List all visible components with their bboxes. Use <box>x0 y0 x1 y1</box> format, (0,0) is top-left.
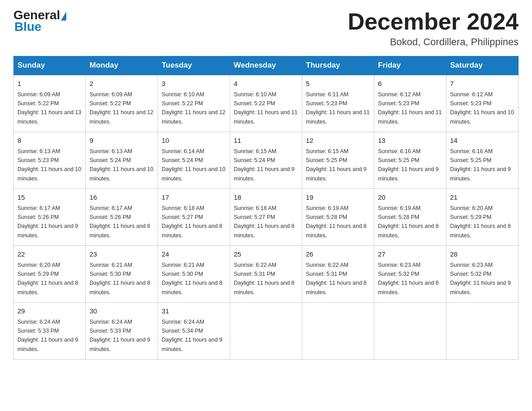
day-info: Sunrise: 6:13 AMSunset: 5:24 PMDaylight:… <box>90 148 153 182</box>
day-info: Sunrise: 6:16 AMSunset: 5:25 PMDaylight:… <box>450 148 511 182</box>
day-info: Sunrise: 6:17 AMSunset: 5:26 PMDaylight:… <box>90 205 150 239</box>
table-row: 7 Sunrise: 6:12 AMSunset: 5:23 PMDayligh… <box>446 75 519 132</box>
day-info: Sunrise: 6:21 AMSunset: 5:30 PMDaylight:… <box>162 262 223 295</box>
calendar-week-row: 8 Sunrise: 6:13 AMSunset: 5:23 PMDayligh… <box>14 132 519 189</box>
logo-area: General Blue <box>13 9 67 34</box>
table-row: 5 Sunrise: 6:11 AMSunset: 5:23 PMDayligh… <box>302 75 374 132</box>
table-row: 14 Sunrise: 6:16 AMSunset: 5:25 PMDaylig… <box>446 132 519 189</box>
header-friday: Friday <box>374 56 446 75</box>
day-info: Sunrise: 6:15 AMSunset: 5:25 PMDaylight:… <box>306 148 367 182</box>
day-info: Sunrise: 6:12 AMSunset: 5:23 PMDaylight:… <box>378 91 442 125</box>
table-row: 11 Sunrise: 6:15 AMSunset: 5:24 PMDaylig… <box>230 132 302 189</box>
day-info: Sunrise: 6:22 AMSunset: 5:31 PMDaylight:… <box>306 262 367 295</box>
day-number: 13 <box>378 136 442 146</box>
day-info: Sunrise: 6:19 AMSunset: 5:28 PMDaylight:… <box>378 205 439 239</box>
table-row: 2 Sunrise: 6:09 AMSunset: 5:22 PMDayligh… <box>86 75 158 132</box>
day-info: Sunrise: 6:09 AMSunset: 5:22 PMDaylight:… <box>17 91 81 125</box>
day-number: 29 <box>17 306 82 317</box>
header-monday: Monday <box>86 56 158 75</box>
day-info: Sunrise: 6:14 AMSunset: 5:24 PMDaylight:… <box>162 148 225 182</box>
day-info: Sunrise: 6:15 AMSunset: 5:24 PMDaylight:… <box>234 148 295 182</box>
table-row <box>374 303 446 360</box>
day-number: 18 <box>234 193 298 203</box>
day-number: 11 <box>234 136 298 146</box>
day-info: Sunrise: 6:09 AMSunset: 5:22 PMDaylight:… <box>90 91 153 125</box>
day-info: Sunrise: 6:24 AMSunset: 5:34 PMDaylight:… <box>162 319 223 352</box>
calendar-week-row: 22 Sunrise: 6:20 AMSunset: 5:29 PMDaylig… <box>14 246 519 303</box>
table-row: 27 Sunrise: 6:23 AMSunset: 5:32 PMDaylig… <box>374 246 446 303</box>
day-info: Sunrise: 6:22 AMSunset: 5:31 PMDaylight:… <box>234 262 295 295</box>
table-row: 12 Sunrise: 6:15 AMSunset: 5:25 PMDaylig… <box>302 132 374 189</box>
day-number: 25 <box>234 249 298 260</box>
logo-blue-text: Blue <box>14 20 42 34</box>
header-sunday: Sunday <box>14 56 86 75</box>
table-row: 24 Sunrise: 6:21 AMSunset: 5:30 PMDaylig… <box>158 246 230 303</box>
table-row: 26 Sunrise: 6:22 AMSunset: 5:31 PMDaylig… <box>302 246 374 303</box>
table-row: 21 Sunrise: 6:20 AMSunset: 5:29 PMDaylig… <box>446 189 519 246</box>
table-row: 6 Sunrise: 6:12 AMSunset: 5:23 PMDayligh… <box>374 75 446 132</box>
day-number: 6 <box>378 79 442 89</box>
table-row: 31 Sunrise: 6:24 AMSunset: 5:34 PMDaylig… <box>158 303 230 360</box>
header-thursday: Thursday <box>302 56 374 75</box>
title-area: December 2024 Bokod, Cordillera, Philipp… <box>348 9 519 48</box>
day-info: Sunrise: 6:19 AMSunset: 5:28 PMDaylight:… <box>306 205 367 239</box>
day-info: Sunrise: 6:20 AMSunset: 5:29 PMDaylight:… <box>450 205 511 239</box>
table-row: 3 Sunrise: 6:10 AMSunset: 5:22 PMDayligh… <box>158 75 230 132</box>
day-number: 19 <box>306 193 370 203</box>
calendar-week-row: 29 Sunrise: 6:24 AMSunset: 5:33 PMDaylig… <box>14 303 519 360</box>
day-info: Sunrise: 6:10 AMSunset: 5:22 PMDaylight:… <box>162 91 225 125</box>
table-row <box>302 303 374 360</box>
day-number: 31 <box>162 306 226 317</box>
table-row: 19 Sunrise: 6:19 AMSunset: 5:28 PMDaylig… <box>302 189 374 246</box>
day-info: Sunrise: 6:13 AMSunset: 5:23 PMDaylight:… <box>17 148 81 182</box>
table-row: 10 Sunrise: 6:14 AMSunset: 5:24 PMDaylig… <box>158 132 230 189</box>
day-number: 15 <box>17 193 82 203</box>
day-info: Sunrise: 6:18 AMSunset: 5:27 PMDaylight:… <box>234 205 295 239</box>
day-number: 16 <box>90 193 154 203</box>
day-number: 23 <box>90 249 154 260</box>
header-wednesday: Wednesday <box>230 56 302 75</box>
logo-triangle-icon <box>61 12 66 21</box>
day-info: Sunrise: 6:12 AMSunset: 5:23 PMDaylight:… <box>450 91 514 125</box>
day-number: 27 <box>378 249 442 260</box>
day-number: 20 <box>378 193 442 203</box>
table-row <box>230 303 302 360</box>
header-saturday: Saturday <box>446 56 519 75</box>
day-info: Sunrise: 6:20 AMSunset: 5:29 PMDaylight:… <box>17 262 78 295</box>
page-header: General Blue December 2024 Bokod, Cordil… <box>13 9 519 48</box>
day-number: 24 <box>162 249 226 260</box>
day-info: Sunrise: 6:10 AMSunset: 5:22 PMDaylight:… <box>234 91 297 125</box>
day-info: Sunrise: 6:24 AMSunset: 5:33 PMDaylight:… <box>90 319 150 352</box>
calendar-week-row: 1 Sunrise: 6:09 AMSunset: 5:22 PMDayligh… <box>14 75 519 132</box>
day-number: 12 <box>306 136 370 146</box>
table-row: 18 Sunrise: 6:18 AMSunset: 5:27 PMDaylig… <box>230 189 302 246</box>
day-number: 2 <box>90 79 154 89</box>
table-row: 13 Sunrise: 6:16 AMSunset: 5:25 PMDaylig… <box>374 132 446 189</box>
day-info: Sunrise: 6:16 AMSunset: 5:25 PMDaylight:… <box>378 148 439 182</box>
table-row: 22 Sunrise: 6:20 AMSunset: 5:29 PMDaylig… <box>14 246 86 303</box>
calendar-week-row: 15 Sunrise: 6:17 AMSunset: 5:26 PMDaylig… <box>14 189 519 246</box>
month-title: December 2024 <box>348 9 519 34</box>
day-number: 4 <box>234 79 298 89</box>
day-info: Sunrise: 6:23 AMSunset: 5:32 PMDaylight:… <box>450 262 511 295</box>
table-row: 17 Sunrise: 6:18 AMSunset: 5:27 PMDaylig… <box>158 189 230 246</box>
day-number: 9 <box>90 136 154 146</box>
table-row: 20 Sunrise: 6:19 AMSunset: 5:28 PMDaylig… <box>374 189 446 246</box>
weekday-header-row: Sunday Monday Tuesday Wednesday Thursday… <box>14 56 519 75</box>
day-number: 22 <box>17 249 82 260</box>
day-number: 14 <box>450 136 515 146</box>
header-tuesday: Tuesday <box>158 56 230 75</box>
day-number: 7 <box>450 79 515 89</box>
table-row <box>446 303 519 360</box>
day-number: 1 <box>17 79 82 89</box>
table-row: 8 Sunrise: 6:13 AMSunset: 5:23 PMDayligh… <box>14 132 86 189</box>
calendar-table: Sunday Monday Tuesday Wednesday Thursday… <box>13 56 519 360</box>
day-info: Sunrise: 6:21 AMSunset: 5:30 PMDaylight:… <box>90 262 150 295</box>
day-number: 17 <box>162 193 226 203</box>
day-number: 26 <box>306 249 370 260</box>
day-info: Sunrise: 6:24 AMSunset: 5:33 PMDaylight:… <box>17 319 78 352</box>
table-row: 30 Sunrise: 6:24 AMSunset: 5:33 PMDaylig… <box>86 303 158 360</box>
table-row: 15 Sunrise: 6:17 AMSunset: 5:26 PMDaylig… <box>14 189 86 246</box>
table-row: 29 Sunrise: 6:24 AMSunset: 5:33 PMDaylig… <box>14 303 86 360</box>
day-info: Sunrise: 6:11 AMSunset: 5:23 PMDaylight:… <box>306 91 369 125</box>
